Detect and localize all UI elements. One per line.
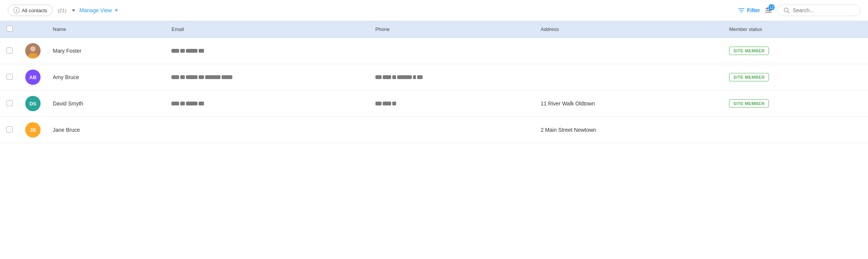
search-icon [783, 7, 790, 13]
header-phone: Phone [369, 21, 535, 38]
avatar: DS [25, 96, 41, 111]
search-input[interactable] [793, 7, 854, 13]
manage-view-label: Manage View [80, 7, 112, 13]
row-member-status: SITE MEMBER [723, 64, 868, 91]
row-phone [369, 117, 535, 143]
email-blurred [171, 75, 363, 79]
blur-chunk [180, 75, 185, 79]
site-member-badge: SITE MEMBER [729, 99, 769, 108]
row-avatar-cell [19, 38, 47, 64]
contacts-count: (21) [57, 8, 66, 13]
blur-chunk [375, 75, 382, 79]
blur-chunk [186, 75, 197, 79]
blur-chunk [417, 75, 423, 79]
row-name: Amy Bruce [47, 64, 165, 91]
row-email [165, 38, 369, 64]
svg-line-9 [788, 11, 789, 13]
manage-view-button[interactable]: Manage View [80, 7, 118, 13]
columns-button[interactable]: 12 [765, 6, 772, 14]
blur-chunk [397, 75, 412, 79]
phone-blurred [375, 75, 529, 79]
row-phone [369, 38, 535, 64]
site-member-badge: SITE MEMBER [729, 47, 769, 55]
row-avatar-cell: AB [19, 64, 47, 91]
row-checkbox-cell[interactable] [0, 91, 19, 117]
header-member-status: Member status [723, 21, 868, 38]
row-checkbox[interactable] [7, 100, 13, 106]
svg-point-11 [30, 46, 36, 52]
blur-chunk [205, 75, 220, 79]
row-checkbox-cell[interactable] [0, 38, 19, 64]
blur-chunk [199, 49, 204, 53]
row-phone [369, 64, 535, 91]
site-member-badge: SITE MEMBER [729, 73, 769, 81]
blur-chunk [171, 102, 179, 105]
email-blurred [171, 102, 363, 105]
all-contacts-button[interactable]: i All contacts [8, 5, 53, 16]
blur-chunk [186, 102, 197, 105]
blur-chunk [392, 102, 396, 105]
avatar: AB [25, 70, 41, 85]
blur-chunk [186, 49, 197, 53]
blur-chunk [413, 75, 416, 79]
filter-icon [738, 7, 745, 14]
row-checkbox[interactable] [7, 74, 13, 80]
row-address: 2 Main Street Newtown [535, 117, 723, 143]
row-email [165, 64, 369, 91]
blur-chunk [383, 102, 391, 105]
header-checkbox-cell[interactable] [0, 21, 19, 38]
row-name: Mary Foster [47, 38, 165, 64]
blur-chunk [171, 75, 179, 79]
contacts-table-wrapper: Name Email Phone Address Member status M… [0, 21, 868, 143]
table-row: ABAmy Bruce SITE MEMBER [0, 64, 868, 91]
table-row: JBJane Bruce2 Main Street Newtown [0, 117, 868, 143]
blur-chunk [375, 102, 382, 105]
phone-blurred [375, 102, 529, 105]
table-row: DSDavid Smyth 11 River Walk OldtownSITE … [0, 91, 868, 117]
select-all-checkbox[interactable] [7, 26, 13, 32]
row-checkbox[interactable] [7, 47, 13, 53]
row-member-status: SITE MEMBER [723, 91, 868, 117]
blur-chunk [171, 49, 179, 53]
search-box[interactable] [777, 5, 860, 16]
avatar [25, 43, 41, 58]
header-name: Name [47, 21, 165, 38]
blur-chunk [199, 75, 204, 79]
table-header-row: Name Email Phone Address Member status [0, 21, 868, 38]
filter-label: Filter [747, 7, 760, 13]
blur-chunk [392, 75, 396, 79]
info-icon: i [13, 7, 20, 13]
avatar: JB [25, 122, 41, 138]
row-checkbox-cell[interactable] [0, 117, 19, 143]
manage-view-chevron-icon [115, 10, 118, 11]
row-phone [369, 91, 535, 117]
blur-chunk [383, 75, 391, 79]
row-name: David Smyth [47, 91, 165, 117]
table-row: Mary Foster SITE MEMBER [0, 38, 868, 64]
row-member-status [723, 117, 868, 143]
email-blurred [171, 49, 363, 53]
chevron-down-icon[interactable] [72, 10, 75, 11]
header-avatar-cell [19, 21, 47, 38]
row-address: 11 River Walk Oldtown [535, 91, 723, 117]
all-contacts-label: All contacts [22, 8, 47, 13]
toolbar: i All contacts (21) Manage View Filter 1… [0, 0, 868, 21]
columns-count-badge: 12 [768, 4, 775, 10]
row-name: Jane Bruce [47, 117, 165, 143]
row-checkbox-cell[interactable] [0, 64, 19, 91]
row-avatar-cell: DS [19, 91, 47, 117]
avatar-photo-placeholder [25, 43, 41, 58]
blur-chunk [222, 75, 232, 79]
blur-chunk [180, 102, 185, 105]
blur-chunk [199, 102, 204, 105]
filter-button[interactable]: Filter [738, 7, 760, 14]
row-address [535, 38, 723, 64]
row-member-status: SITE MEMBER [723, 38, 868, 64]
row-checkbox[interactable] [7, 126, 13, 133]
row-avatar-cell: JB [19, 117, 47, 143]
contacts-table: Name Email Phone Address Member status M… [0, 21, 868, 143]
row-email [165, 117, 369, 143]
header-address: Address [535, 21, 723, 38]
row-email [165, 91, 369, 117]
blur-chunk [180, 49, 185, 53]
